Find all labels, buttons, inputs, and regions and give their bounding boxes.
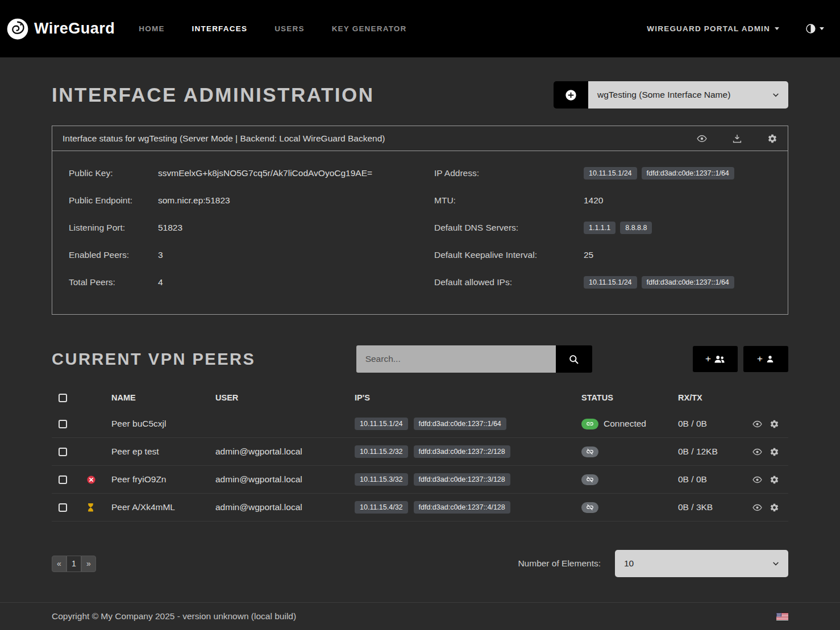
add-interface-button[interactable] <box>554 81 588 109</box>
kv-label: Total Peers: <box>69 277 158 287</box>
eye-icon <box>752 475 762 485</box>
view-peer-button[interactable] <box>752 475 762 485</box>
peer-row: Peer fryiO9Zn admin@wgportal.local 10.11… <box>52 466 788 494</box>
caret-down-icon <box>820 27 824 30</box>
add-peer-button[interactable]: + <box>743 346 788 372</box>
theme-contrast-icon <box>805 23 816 34</box>
kv-label: Enabled Peers: <box>69 250 158 260</box>
pagination-next[interactable]: » <box>81 556 96 572</box>
peer-add-buttons: + + <box>693 346 788 372</box>
listening-port-value: 51823 <box>158 223 182 233</box>
nav-key-generator[interactable]: KEY GENERATOR <box>332 24 407 33</box>
column-header-status: STATUS <box>581 393 678 402</box>
gear-icon <box>770 503 779 512</box>
peer-row: Peer A/Xk4mML admin@wgportal.local 10.11… <box>52 494 788 521</box>
peer-ip-badge: fdfd:d3ad:c0de:1237::4/128 <box>414 501 510 514</box>
kv-label: Default Keepalive Interval: <box>434 250 584 260</box>
allowed-ip-badge: fdfd:d3ad:c0de:1237::1/64 <box>642 276 734 289</box>
kv-label: IP Address: <box>434 168 584 178</box>
brand[interactable]: WireGuard <box>6 17 115 41</box>
search-button[interactable] <box>556 345 592 373</box>
allowed-ip-badge: 10.11.15.1/24 <box>584 276 637 289</box>
edit-peer-button[interactable] <box>770 475 779 485</box>
column-header-name: NAME <box>111 393 215 402</box>
enabled-peers-value: 3 <box>158 250 163 260</box>
plus-sign: + <box>705 353 711 365</box>
add-multiple-peers-button[interactable]: + <box>693 346 738 372</box>
interface-select[interactable]: wgTesting (Some Interface Name) <box>588 81 788 109</box>
peer-user: admin@wgportal.local <box>215 474 355 485</box>
peer-traffic: 0B / 12KB <box>678 447 741 457</box>
peer-user: admin@wgportal.local <box>215 502 355 512</box>
navbar: WireGuard HOME INTERFACES USERS KEY GENE… <box>0 0 840 57</box>
peer-checkbox[interactable] <box>59 420 67 428</box>
nav-interfaces[interactable]: INTERFACES <box>192 24 248 33</box>
gear-icon <box>770 475 779 485</box>
pagination-prev[interactable]: « <box>52 556 66 572</box>
pagination: « 1 » <box>52 556 96 572</box>
eye-icon <box>752 447 762 457</box>
status-connected-icon <box>581 419 598 429</box>
chevron-down-icon <box>771 90 780 99</box>
elements-select-value: 10 <box>624 558 634 569</box>
elements-select[interactable]: 10 <box>615 550 788 577</box>
peer-ip-badge: fdfd:d3ad:c0de:1237::3/128 <box>414 473 510 486</box>
view-config-button[interactable] <box>697 133 707 144</box>
download-config-button[interactable] <box>732 133 742 144</box>
peer-ip-badge: fdfd:d3ad:c0de:1237::1/64 <box>414 418 506 430</box>
user-menu[interactable]: WIREGUARD PORTAL ADMIN <box>647 24 779 33</box>
peer-ip-badge: fdfd:d3ad:c0de:1237::2/128 <box>414 445 510 458</box>
edit-peer-button[interactable] <box>770 447 779 457</box>
brand-name: WireGuard <box>34 20 115 37</box>
view-peer-button[interactable] <box>752 503 762 512</box>
user-icon <box>766 354 775 364</box>
peer-name: Peer A/Xk4mML <box>111 502 215 512</box>
peer-checkbox[interactable] <box>59 448 67 456</box>
nav-home[interactable]: HOME <box>139 24 164 33</box>
peer-ip-badge: 10.11.15.2/32 <box>355 445 408 458</box>
download-icon <box>732 133 742 144</box>
view-peer-button[interactable] <box>752 447 762 457</box>
interface-status-title: Interface status for wgTesting (Server M… <box>63 133 385 144</box>
pagination-page-1[interactable]: 1 <box>66 556 81 572</box>
peer-checkbox[interactable] <box>59 475 67 484</box>
us-flag-icon[interactable] <box>776 613 788 620</box>
peer-checkbox[interactable] <box>59 503 67 512</box>
main-content: INTERFACE ADMINISTRATION wgTesting (Some… <box>52 57 788 577</box>
nav-users[interactable]: USERS <box>275 24 305 33</box>
peer-expired-icon <box>86 475 96 485</box>
keepalive-value: 25 <box>584 250 593 260</box>
kv-label: MTU: <box>434 195 584 206</box>
kv-label: Listening Port: <box>69 223 158 233</box>
gear-icon <box>770 419 779 429</box>
mtu-value: 1420 <box>584 195 603 206</box>
peer-name: Peer fryiO9Zn <box>111 474 215 485</box>
edit-interface-button[interactable] <box>767 133 777 144</box>
peer-ip-badge: 10.11.15.4/32 <box>355 501 408 514</box>
copyright-text: Copyright © My Company 2025 - version un… <box>52 611 296 621</box>
peer-traffic: 0B / 0B <box>678 419 741 429</box>
peer-ip-badge: 10.11.15.1/24 <box>355 418 408 430</box>
peer-name: Peer buC5cxjl <box>111 419 215 429</box>
ip-badge: 10.11.15.1/24 <box>584 167 637 180</box>
peer-row: Peer buC5cxjl 10.11.15.1/24 fdfd:d3ad:c0… <box>52 410 788 438</box>
user-menu-label: WIREGUARD PORTAL ADMIN <box>647 24 770 33</box>
kv-label: Default DNS Servers: <box>434 223 584 233</box>
view-peer-button[interactable] <box>752 419 762 429</box>
edit-peer-button[interactable] <box>770 503 779 512</box>
kv-label: Public Key: <box>69 168 158 178</box>
search-input[interactable] <box>356 345 556 373</box>
peer-row: Peer ep test admin@wgportal.local 10.11.… <box>52 438 788 466</box>
link-slash-icon <box>586 503 594 511</box>
edit-peer-button[interactable] <box>770 419 779 429</box>
status-disconnected-icon <box>581 474 598 485</box>
peer-traffic: 0B / 3KB <box>678 502 741 512</box>
theme-toggle[interactable] <box>805 23 824 34</box>
peers-title: CURRENT VPN PEERS <box>52 350 255 369</box>
elements-label: Number of Elements: <box>518 558 601 569</box>
select-all-checkbox[interactable] <box>59 394 67 402</box>
gear-icon <box>767 133 777 144</box>
kv-label: Public Endpoint: <box>69 195 158 206</box>
footer: Copyright © My Company 2025 - version un… <box>0 602 840 630</box>
column-header-user: USER <box>215 393 355 402</box>
